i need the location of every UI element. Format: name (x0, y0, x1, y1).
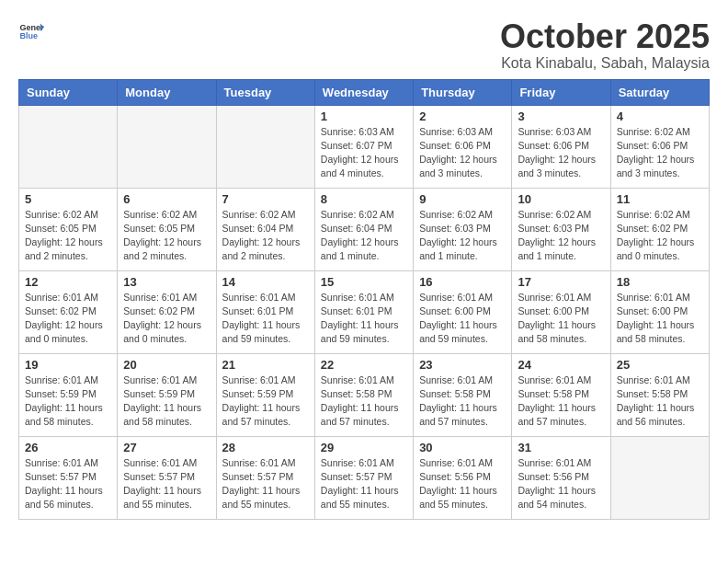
weekday-header: Tuesday (216, 79, 314, 105)
day-info: Sunrise: 6:01 AM Sunset: 5:58 PM Dayligh… (419, 373, 506, 430)
calendar-cell: 9Sunrise: 6:02 AM Sunset: 6:03 PM Daylig… (414, 188, 512, 270)
day-info: Sunrise: 6:02 AM Sunset: 6:05 PM Dayligh… (25, 208, 111, 264)
calendar-cell: 14Sunrise: 6:01 AM Sunset: 6:01 PM Dayli… (216, 270, 314, 353)
calendar-cell (610, 436, 709, 519)
weekday-header: Sunday (19, 79, 118, 105)
weekday-header: Wednesday (314, 79, 413, 105)
day-number: 15 (321, 275, 407, 289)
calendar-cell (19, 105, 118, 188)
weekday-header: Saturday (610, 79, 709, 105)
week-row: 1Sunrise: 6:03 AM Sunset: 6:07 PM Daylig… (19, 105, 710, 188)
day-info: Sunrise: 6:02 AM Sunset: 6:06 PM Dayligh… (617, 125, 703, 181)
week-row: 12Sunrise: 6:01 AM Sunset: 6:02 PM Dayli… (19, 270, 710, 353)
day-info: Sunrise: 6:01 AM Sunset: 6:00 PM Dayligh… (518, 291, 604, 347)
day-number: 24 (518, 358, 604, 372)
day-info: Sunrise: 6:01 AM Sunset: 5:57 PM Dayligh… (222, 456, 309, 512)
calendar-cell: 27Sunrise: 6:01 AM Sunset: 5:57 PM Dayli… (118, 436, 216, 519)
day-number: 7 (222, 192, 309, 206)
calendar-cell: 24Sunrise: 6:01 AM Sunset: 5:58 PM Dayli… (512, 353, 610, 436)
day-number: 16 (419, 275, 506, 289)
day-number: 3 (518, 109, 604, 123)
day-number: 27 (123, 441, 210, 454)
day-number: 23 (419, 358, 506, 372)
calendar-cell: 12Sunrise: 6:01 AM Sunset: 6:02 PM Dayli… (19, 270, 118, 353)
day-info: Sunrise: 6:03 AM Sunset: 6:07 PM Dayligh… (321, 125, 407, 181)
day-number: 26 (25, 441, 111, 454)
day-info: Sunrise: 6:03 AM Sunset: 6:06 PM Dayligh… (518, 125, 604, 181)
day-info: Sunrise: 6:01 AM Sunset: 6:00 PM Dayligh… (617, 291, 703, 347)
calendar-cell: 4Sunrise: 6:02 AM Sunset: 6:06 PM Daylig… (610, 105, 709, 188)
day-info: Sunrise: 6:02 AM Sunset: 6:05 PM Dayligh… (123, 208, 210, 264)
calendar-cell: 7Sunrise: 6:02 AM Sunset: 6:04 PM Daylig… (216, 188, 314, 270)
calendar-cell: 21Sunrise: 6:01 AM Sunset: 5:59 PM Dayli… (216, 353, 314, 436)
day-number: 9 (419, 192, 506, 206)
day-number: 17 (518, 275, 604, 289)
day-info: Sunrise: 6:01 AM Sunset: 5:56 PM Dayligh… (518, 456, 604, 512)
calendar-cell: 29Sunrise: 6:01 AM Sunset: 5:57 PM Dayli… (314, 436, 413, 519)
calendar-cell: 23Sunrise: 6:01 AM Sunset: 5:58 PM Dayli… (414, 353, 512, 436)
page-header: General Blue October 2025 Kota Kinabalu,… (18, 18, 710, 72)
day-info: Sunrise: 6:01 AM Sunset: 6:01 PM Dayligh… (222, 291, 309, 347)
day-info: Sunrise: 6:01 AM Sunset: 5:57 PM Dayligh… (321, 456, 407, 512)
day-number: 4 (617, 109, 703, 123)
calendar-cell: 3Sunrise: 6:03 AM Sunset: 6:06 PM Daylig… (512, 105, 610, 188)
calendar-cell: 13Sunrise: 6:01 AM Sunset: 6:02 PM Dayli… (118, 270, 216, 353)
day-info: Sunrise: 6:01 AM Sunset: 5:57 PM Dayligh… (25, 456, 111, 512)
calendar-cell: 26Sunrise: 6:01 AM Sunset: 5:57 PM Dayli… (19, 436, 118, 519)
calendar-table: SundayMondayTuesdayWednesdayThursdayFrid… (18, 79, 710, 520)
day-number: 20 (123, 358, 210, 372)
day-number: 31 (518, 441, 604, 454)
week-row: 26Sunrise: 6:01 AM Sunset: 5:57 PM Dayli… (19, 436, 710, 519)
day-info: Sunrise: 6:01 AM Sunset: 5:59 PM Dayligh… (25, 373, 111, 430)
weekday-header: Monday (118, 79, 216, 105)
day-info: Sunrise: 6:01 AM Sunset: 5:56 PM Dayligh… (419, 456, 506, 512)
calendar-cell (216, 105, 314, 188)
calendar-cell: 17Sunrise: 6:01 AM Sunset: 6:00 PM Dayli… (512, 270, 610, 353)
calendar-cell: 20Sunrise: 6:01 AM Sunset: 5:59 PM Dayli… (118, 353, 216, 436)
day-number: 10 (518, 192, 604, 206)
calendar-cell: 5Sunrise: 6:02 AM Sunset: 6:05 PM Daylig… (19, 188, 118, 270)
day-info: Sunrise: 6:02 AM Sunset: 6:04 PM Dayligh… (222, 208, 309, 264)
calendar-cell: 11Sunrise: 6:02 AM Sunset: 6:02 PM Dayli… (610, 188, 709, 270)
day-info: Sunrise: 6:02 AM Sunset: 6:03 PM Dayligh… (419, 208, 506, 264)
day-info: Sunrise: 6:01 AM Sunset: 5:58 PM Dayligh… (321, 373, 407, 430)
day-info: Sunrise: 6:02 AM Sunset: 6:02 PM Dayligh… (617, 208, 703, 264)
day-info: Sunrise: 6:02 AM Sunset: 6:03 PM Dayligh… (518, 208, 604, 264)
day-info: Sunrise: 6:01 AM Sunset: 5:59 PM Dayligh… (222, 373, 309, 430)
day-info: Sunrise: 6:01 AM Sunset: 5:59 PM Dayligh… (123, 373, 210, 430)
weekday-header-row: SundayMondayTuesdayWednesdayThursdayFrid… (19, 79, 710, 105)
logo: General Blue (18, 18, 44, 44)
month-title: October 2025 (500, 18, 710, 55)
calendar-cell: 18Sunrise: 6:01 AM Sunset: 6:00 PM Dayli… (610, 270, 709, 353)
day-number: 6 (123, 192, 210, 206)
day-info: Sunrise: 6:01 AM Sunset: 5:58 PM Dayligh… (617, 373, 703, 430)
location-subtitle: Kota Kinabalu, Sabah, Malaysia (500, 55, 710, 72)
svg-text:Blue: Blue (19, 31, 38, 40)
day-number: 22 (321, 358, 407, 372)
calendar-cell: 28Sunrise: 6:01 AM Sunset: 5:57 PM Dayli… (216, 436, 314, 519)
day-number: 2 (419, 109, 506, 123)
calendar-cell: 22Sunrise: 6:01 AM Sunset: 5:58 PM Dayli… (314, 353, 413, 436)
day-number: 11 (617, 192, 703, 206)
calendar-cell: 25Sunrise: 6:01 AM Sunset: 5:58 PM Dayli… (610, 353, 709, 436)
day-number: 25 (617, 358, 703, 372)
day-number: 30 (419, 441, 506, 454)
day-number: 13 (123, 275, 210, 289)
calendar-cell: 19Sunrise: 6:01 AM Sunset: 5:59 PM Dayli… (19, 353, 118, 436)
weekday-header: Friday (512, 79, 610, 105)
day-number: 19 (25, 358, 111, 372)
day-info: Sunrise: 6:01 AM Sunset: 5:57 PM Dayligh… (123, 456, 210, 512)
day-number: 12 (25, 275, 111, 289)
calendar-cell: 8Sunrise: 6:02 AM Sunset: 6:04 PM Daylig… (314, 188, 413, 270)
weekday-header: Thursday (414, 79, 512, 105)
day-number: 29 (321, 441, 407, 454)
calendar-cell: 6Sunrise: 6:02 AM Sunset: 6:05 PM Daylig… (118, 188, 216, 270)
calendar-cell: 2Sunrise: 6:03 AM Sunset: 6:06 PM Daylig… (414, 105, 512, 188)
title-area: October 2025 Kota Kinabalu, Sabah, Malay… (500, 18, 710, 72)
day-info: Sunrise: 6:01 AM Sunset: 6:02 PM Dayligh… (123, 291, 210, 347)
calendar-cell: 16Sunrise: 6:01 AM Sunset: 6:00 PM Dayli… (414, 270, 512, 353)
day-info: Sunrise: 6:02 AM Sunset: 6:04 PM Dayligh… (321, 208, 407, 264)
day-info: Sunrise: 6:03 AM Sunset: 6:06 PM Dayligh… (419, 125, 506, 181)
day-number: 21 (222, 358, 309, 372)
week-row: 5Sunrise: 6:02 AM Sunset: 6:05 PM Daylig… (19, 188, 710, 270)
